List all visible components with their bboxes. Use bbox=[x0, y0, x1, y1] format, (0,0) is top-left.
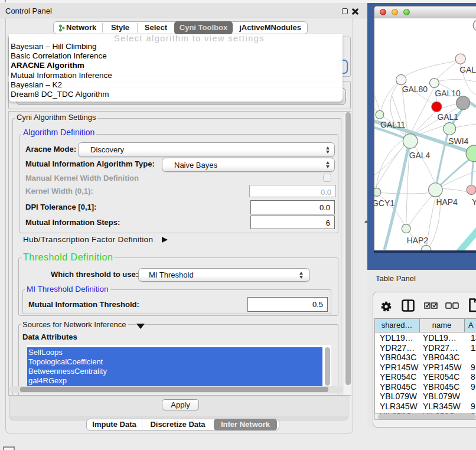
svg-text:GAL10: GAL10 bbox=[435, 89, 461, 98]
svg-text:GCY1: GCY1 bbox=[374, 198, 395, 208]
svg-text:HAP4: HAP4 bbox=[436, 197, 458, 207]
svg-text:GAL80: GAL80 bbox=[402, 84, 428, 94]
svg-text:GAL11: GAL11 bbox=[380, 120, 406, 129]
svg-text:YD: YD bbox=[472, 197, 476, 207]
svg-text:HAP2: HAP2 bbox=[407, 236, 429, 245]
svg-text:SWI4: SWI4 bbox=[448, 136, 468, 146]
svg-text:GAL2: GAL2 bbox=[459, 65, 476, 74]
svg-text:GAL4: GAL4 bbox=[409, 151, 431, 160]
svg-text:GAL1: GAL1 bbox=[437, 112, 458, 122]
